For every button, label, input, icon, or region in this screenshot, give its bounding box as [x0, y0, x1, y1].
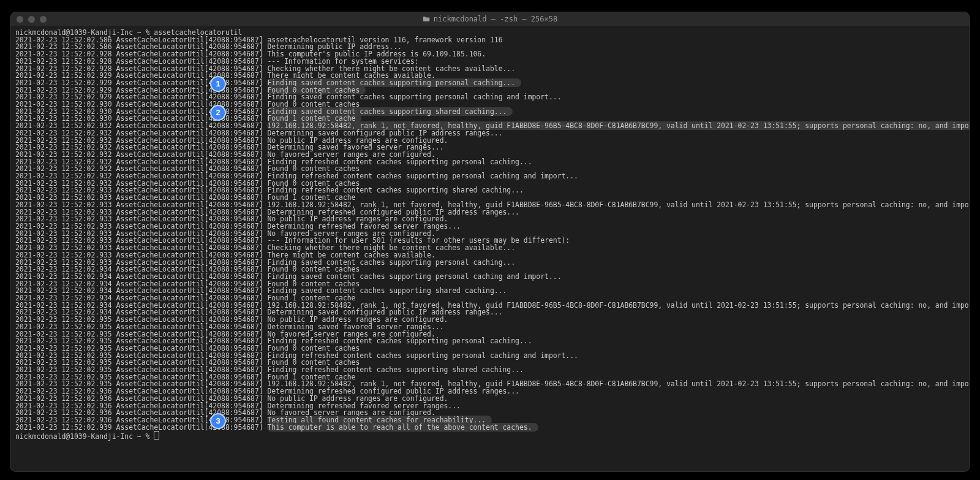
titlebar[interactable]: nickmcdonald — -zsh — 256×58: [10, 12, 970, 26]
zoom-icon[interactable]: [40, 16, 47, 23]
log-message: This computer is able to reach all of th…: [267, 423, 538, 432]
window-title-text: nickmcdonald — -zsh — 256×58: [434, 15, 557, 23]
log-line: 2021-02-23 12:52:02.939 AssetCacheLocato…: [15, 424, 965, 432]
folder-icon: [423, 16, 430, 22]
close-icon[interactable]: [17, 16, 23, 23]
annotation-badge-3: 3: [210, 413, 226, 429]
prompt-line: nickmcdonald@1039-Kandji-Inc ~ %: [15, 431, 965, 441]
terminal-body[interactable]: nickmcdonald@1039-Kandji-Inc ~ % assetca…: [10, 26, 970, 471]
minimize-icon[interactable]: [28, 16, 35, 23]
window-title: nickmcdonald — -zsh — 256×58: [10, 15, 970, 23]
annotation-badge-1: 1: [210, 76, 226, 92]
traffic-lights: [10, 16, 47, 23]
annotation-badge-2: 2: [210, 105, 226, 121]
cursor: [154, 431, 159, 440]
log-prefix: 2021-02-23 12:52:02.939 AssetCacheLocato…: [15, 423, 267, 432]
terminal-window: nickmcdonald — -zsh — 256×58 nickmcdonal…: [10, 12, 970, 471]
